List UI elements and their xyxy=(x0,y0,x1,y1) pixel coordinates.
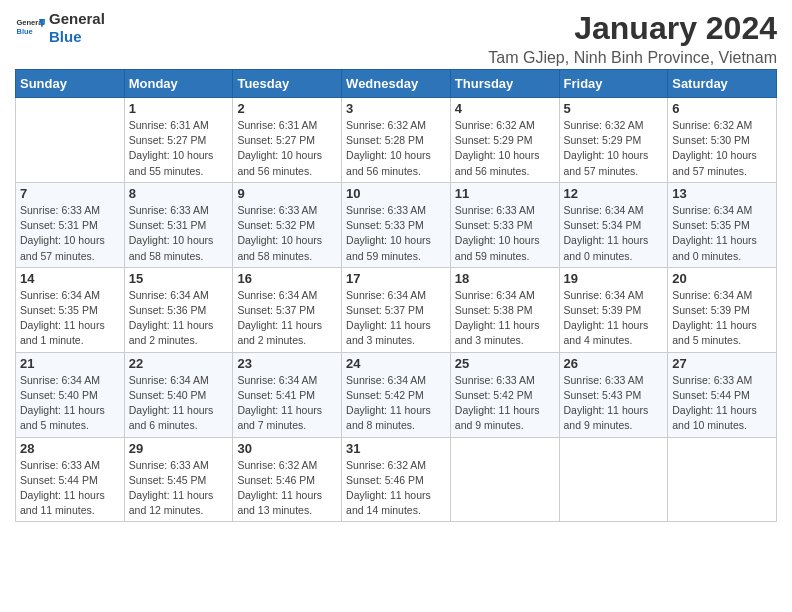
day-info: Sunrise: 6:31 AMSunset: 5:27 PMDaylight:… xyxy=(129,118,229,179)
day-number: 16 xyxy=(237,271,337,286)
day-number: 15 xyxy=(129,271,229,286)
day-info: Sunrise: 6:34 AMSunset: 5:40 PMDaylight:… xyxy=(129,373,229,434)
title-block: January 2024 Tam GJiep, Ninh Binh Provin… xyxy=(488,10,777,67)
day-info: Sunrise: 6:33 AMSunset: 5:44 PMDaylight:… xyxy=(20,458,120,519)
calendar-cell: 4Sunrise: 6:32 AMSunset: 5:29 PMDaylight… xyxy=(450,98,559,183)
header-day-tuesday: Tuesday xyxy=(233,70,342,98)
day-info: Sunrise: 6:34 AMSunset: 5:34 PMDaylight:… xyxy=(564,203,664,264)
day-info: Sunrise: 6:32 AMSunset: 5:29 PMDaylight:… xyxy=(455,118,555,179)
calendar-cell xyxy=(450,437,559,522)
calendar-cell: 23Sunrise: 6:34 AMSunset: 5:41 PMDayligh… xyxy=(233,352,342,437)
day-number: 22 xyxy=(129,356,229,371)
calendar-cell: 26Sunrise: 6:33 AMSunset: 5:43 PMDayligh… xyxy=(559,352,668,437)
day-info: Sunrise: 6:34 AMSunset: 5:35 PMDaylight:… xyxy=(20,288,120,349)
day-number: 5 xyxy=(564,101,664,116)
calendar-cell xyxy=(559,437,668,522)
calendar-week-5: 28Sunrise: 6:33 AMSunset: 5:44 PMDayligh… xyxy=(16,437,777,522)
day-info: Sunrise: 6:34 AMSunset: 5:41 PMDaylight:… xyxy=(237,373,337,434)
location-subtitle: Tam GJiep, Ninh Binh Province, Vietnam xyxy=(488,49,777,67)
day-info: Sunrise: 6:34 AMSunset: 5:40 PMDaylight:… xyxy=(20,373,120,434)
month-title: January 2024 xyxy=(488,10,777,47)
calendar-cell: 29Sunrise: 6:33 AMSunset: 5:45 PMDayligh… xyxy=(124,437,233,522)
day-info: Sunrise: 6:33 AMSunset: 5:44 PMDaylight:… xyxy=(672,373,772,434)
calendar-cell: 14Sunrise: 6:34 AMSunset: 5:35 PMDayligh… xyxy=(16,267,125,352)
logo-blue-text: Blue xyxy=(49,28,105,46)
logo: General Blue General Blue xyxy=(15,10,105,46)
calendar-week-2: 7Sunrise: 6:33 AMSunset: 5:31 PMDaylight… xyxy=(16,182,777,267)
day-info: Sunrise: 6:32 AMSunset: 5:28 PMDaylight:… xyxy=(346,118,446,179)
day-number: 30 xyxy=(237,441,337,456)
day-number: 1 xyxy=(129,101,229,116)
day-number: 10 xyxy=(346,186,446,201)
calendar-cell: 30Sunrise: 6:32 AMSunset: 5:46 PMDayligh… xyxy=(233,437,342,522)
calendar-cell: 2Sunrise: 6:31 AMSunset: 5:27 PMDaylight… xyxy=(233,98,342,183)
calendar-cell: 3Sunrise: 6:32 AMSunset: 5:28 PMDaylight… xyxy=(342,98,451,183)
day-number: 4 xyxy=(455,101,555,116)
calendar-week-3: 14Sunrise: 6:34 AMSunset: 5:35 PMDayligh… xyxy=(16,267,777,352)
day-number: 25 xyxy=(455,356,555,371)
header-day-saturday: Saturday xyxy=(668,70,777,98)
day-info: Sunrise: 6:32 AMSunset: 5:46 PMDaylight:… xyxy=(237,458,337,519)
calendar-cell xyxy=(668,437,777,522)
day-info: Sunrise: 6:33 AMSunset: 5:31 PMDaylight:… xyxy=(129,203,229,264)
day-info: Sunrise: 6:33 AMSunset: 5:42 PMDaylight:… xyxy=(455,373,555,434)
day-info: Sunrise: 6:34 AMSunset: 5:36 PMDaylight:… xyxy=(129,288,229,349)
calendar-cell xyxy=(16,98,125,183)
calendar-week-4: 21Sunrise: 6:34 AMSunset: 5:40 PMDayligh… xyxy=(16,352,777,437)
day-number: 28 xyxy=(20,441,120,456)
calendar-cell: 24Sunrise: 6:34 AMSunset: 5:42 PMDayligh… xyxy=(342,352,451,437)
day-info: Sunrise: 6:33 AMSunset: 5:45 PMDaylight:… xyxy=(129,458,229,519)
calendar-cell: 20Sunrise: 6:34 AMSunset: 5:39 PMDayligh… xyxy=(668,267,777,352)
calendar-cell: 18Sunrise: 6:34 AMSunset: 5:38 PMDayligh… xyxy=(450,267,559,352)
day-info: Sunrise: 6:33 AMSunset: 5:31 PMDaylight:… xyxy=(20,203,120,264)
day-number: 9 xyxy=(237,186,337,201)
calendar-cell: 31Sunrise: 6:32 AMSunset: 5:46 PMDayligh… xyxy=(342,437,451,522)
header-day-thursday: Thursday xyxy=(450,70,559,98)
calendar-cell: 1Sunrise: 6:31 AMSunset: 5:27 PMDaylight… xyxy=(124,98,233,183)
day-info: Sunrise: 6:33 AMSunset: 5:32 PMDaylight:… xyxy=(237,203,337,264)
day-number: 20 xyxy=(672,271,772,286)
calendar-week-1: 1Sunrise: 6:31 AMSunset: 5:27 PMDaylight… xyxy=(16,98,777,183)
day-number: 27 xyxy=(672,356,772,371)
calendar-cell: 27Sunrise: 6:33 AMSunset: 5:44 PMDayligh… xyxy=(668,352,777,437)
logo-icon: General Blue xyxy=(15,13,45,43)
day-number: 31 xyxy=(346,441,446,456)
day-info: Sunrise: 6:34 AMSunset: 5:35 PMDaylight:… xyxy=(672,203,772,264)
calendar-cell: 7Sunrise: 6:33 AMSunset: 5:31 PMDaylight… xyxy=(16,182,125,267)
calendar-cell: 9Sunrise: 6:33 AMSunset: 5:32 PMDaylight… xyxy=(233,182,342,267)
header-day-wednesday: Wednesday xyxy=(342,70,451,98)
day-number: 29 xyxy=(129,441,229,456)
calendar-cell: 8Sunrise: 6:33 AMSunset: 5:31 PMDaylight… xyxy=(124,182,233,267)
day-number: 23 xyxy=(237,356,337,371)
calendar-cell: 25Sunrise: 6:33 AMSunset: 5:42 PMDayligh… xyxy=(450,352,559,437)
calendar-cell: 13Sunrise: 6:34 AMSunset: 5:35 PMDayligh… xyxy=(668,182,777,267)
day-number: 8 xyxy=(129,186,229,201)
day-number: 6 xyxy=(672,101,772,116)
day-info: Sunrise: 6:32 AMSunset: 5:29 PMDaylight:… xyxy=(564,118,664,179)
svg-text:Blue: Blue xyxy=(17,27,33,36)
day-number: 18 xyxy=(455,271,555,286)
day-number: 19 xyxy=(564,271,664,286)
day-number: 12 xyxy=(564,186,664,201)
day-info: Sunrise: 6:34 AMSunset: 5:37 PMDaylight:… xyxy=(237,288,337,349)
calendar-header-row: SundayMondayTuesdayWednesdayThursdayFrid… xyxy=(16,70,777,98)
calendar-cell: 5Sunrise: 6:32 AMSunset: 5:29 PMDaylight… xyxy=(559,98,668,183)
calendar-cell: 19Sunrise: 6:34 AMSunset: 5:39 PMDayligh… xyxy=(559,267,668,352)
calendar-cell: 6Sunrise: 6:32 AMSunset: 5:30 PMDaylight… xyxy=(668,98,777,183)
day-info: Sunrise: 6:34 AMSunset: 5:37 PMDaylight:… xyxy=(346,288,446,349)
day-info: Sunrise: 6:32 AMSunset: 5:30 PMDaylight:… xyxy=(672,118,772,179)
day-info: Sunrise: 6:34 AMSunset: 5:39 PMDaylight:… xyxy=(672,288,772,349)
day-info: Sunrise: 6:33 AMSunset: 5:33 PMDaylight:… xyxy=(346,203,446,264)
header-day-sunday: Sunday xyxy=(16,70,125,98)
day-number: 26 xyxy=(564,356,664,371)
day-number: 24 xyxy=(346,356,446,371)
logo-general-text: General xyxy=(49,10,105,28)
day-number: 7 xyxy=(20,186,120,201)
day-number: 21 xyxy=(20,356,120,371)
day-info: Sunrise: 6:32 AMSunset: 5:46 PMDaylight:… xyxy=(346,458,446,519)
calendar-cell: 17Sunrise: 6:34 AMSunset: 5:37 PMDayligh… xyxy=(342,267,451,352)
day-info: Sunrise: 6:33 AMSunset: 5:33 PMDaylight:… xyxy=(455,203,555,264)
day-number: 14 xyxy=(20,271,120,286)
day-info: Sunrise: 6:33 AMSunset: 5:43 PMDaylight:… xyxy=(564,373,664,434)
calendar-cell: 10Sunrise: 6:33 AMSunset: 5:33 PMDayligh… xyxy=(342,182,451,267)
